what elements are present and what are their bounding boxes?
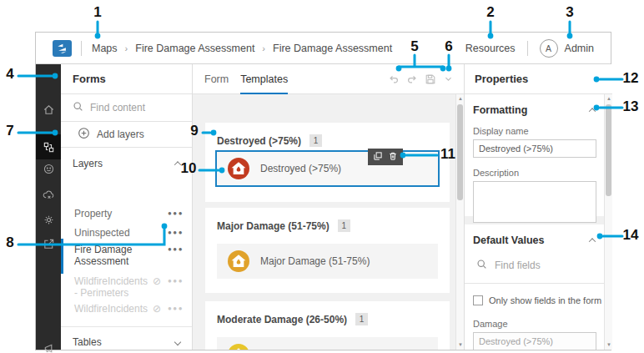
- callout-5: 5: [410, 38, 418, 55]
- overflow-menu-icon[interactable]: ●●●: [168, 227, 184, 239]
- properties-panel: Properties Formatting Display name Descr…: [464, 64, 612, 350]
- properties-scrollbar[interactable]: ▲ ▼: [604, 94, 612, 350]
- display-name-label: Display name: [473, 126, 605, 136]
- undo-button[interactable]: [386, 72, 400, 86]
- save-menu-button[interactable]: [441, 72, 455, 86]
- default-values-section-header[interactable]: Default Values: [465, 224, 605, 246]
- sidebar-item-settings[interactable]: [36, 207, 61, 232]
- duplicate-icon: [373, 151, 383, 161]
- esri-logo[interactable]: [53, 40, 72, 57]
- tab-templates[interactable]: Templates: [240, 64, 288, 94]
- template-count-badge: 1: [338, 219, 350, 232]
- damage-field[interactable]: [473, 332, 596, 350]
- resources-menu[interactable]: Resources: [465, 43, 516, 54]
- callout-3: 3: [566, 4, 573, 21]
- template-item-label: Destroyed (>75%): [260, 163, 341, 174]
- breadcrumb: Maps › Fire Damage Assessment › Fire Dam…: [92, 43, 392, 54]
- formatting-section-header[interactable]: Formatting: [465, 94, 605, 116]
- template-count-badge: 1: [309, 134, 322, 147]
- tab-form[interactable]: Form: [204, 64, 229, 94]
- scrollbar-thumb[interactable]: [457, 104, 463, 200]
- template-group-card: Major Damage (51-75%) 1 Major Damage (51…: [205, 208, 450, 293]
- offline-cloud-icon: [43, 189, 55, 201]
- add-layers-button[interactable]: Add layers: [61, 122, 192, 148]
- tables-section-header[interactable]: Tables: [61, 330, 192, 353]
- sidebar-item-sharing[interactable]: [36, 231, 61, 256]
- screenshot-stage: Maps › Fire Damage Assessment › Fire Dam…: [0, 0, 644, 353]
- callout-12: 12: [623, 70, 639, 87]
- user-menu[interactable]: Admin: [565, 43, 594, 54]
- template-item-toolbar: [368, 149, 403, 165]
- layer-row-wildfire-incidents[interactable]: WildfireIncidents ⊘ ●●●: [61, 303, 192, 315]
- callout-11: 11: [440, 146, 455, 163]
- geofences-icon: [43, 163, 55, 175]
- scroll-down-icon[interactable]: ▼: [605, 340, 613, 349]
- overflow-menu-icon[interactable]: ●●●: [168, 275, 184, 287]
- scrollbar-thumb[interactable]: [606, 104, 611, 196]
- forms-panel-title: Forms: [61, 64, 192, 94]
- display-name-field[interactable]: [473, 139, 596, 158]
- esri-logo-glyph: [56, 43, 68, 54]
- callout-6: 6: [445, 38, 452, 55]
- template-group-title: Moderate Damage (26-50%): [217, 314, 347, 325]
- layer-row-uninspected[interactable]: Uninspected ●●●: [61, 227, 192, 239]
- only-show-fields-option[interactable]: Only show fields in the form: [473, 295, 605, 305]
- sidebar-item-offline[interactable]: [36, 182, 61, 207]
- scroll-up-icon[interactable]: ▲: [605, 94, 613, 103]
- find-content-search[interactable]: [61, 94, 192, 122]
- overflow-menu-icon[interactable]: ●●●: [168, 208, 184, 219]
- breadcrumb-separator-icon: ›: [125, 43, 128, 53]
- duplicate-button[interactable]: [373, 149, 383, 164]
- forms-panel: Forms Add layers Layers Property ●●● Uni…: [61, 64, 193, 350]
- layer-row-wildfire-perimeters[interactable]: WildfireIncidents - Perimeters ⊘ ●●●: [61, 275, 192, 299]
- callout-4: 4: [6, 66, 13, 83]
- template-item-label: Moderate Damage (26-50%): [260, 349, 387, 350]
- templates-scrollbar[interactable]: ▲ ▼: [455, 94, 464, 350]
- chevron-down-icon: [444, 74, 453, 83]
- redo-button[interactable]: [405, 72, 419, 86]
- breadcrumb-map-name[interactable]: Fire Damage Assessment: [135, 43, 254, 54]
- layers-header-label: Layers: [73, 158, 103, 169]
- blocked-icon: ⊘: [153, 303, 161, 315]
- destroyed-template-icon: [228, 158, 249, 179]
- template-item-destroyed[interactable]: Destroyed (>75%): [215, 150, 440, 187]
- megaphone-icon: [43, 342, 55, 353]
- find-fields-search[interactable]: [476, 258, 605, 273]
- template-group-title: Major Damage (51-75%): [217, 220, 330, 232]
- breadcrumb-page-name: Fire Damage Assessment: [273, 43, 392, 54]
- breadcrumb-maps[interactable]: Maps: [92, 43, 118, 54]
- description-field[interactable]: [473, 181, 596, 223]
- search-input[interactable]: [495, 260, 578, 271]
- delete-button[interactable]: [388, 149, 398, 164]
- layers-section-header[interactable]: Layers: [61, 151, 192, 176]
- sidebar-rail: »: [36, 64, 61, 350]
- app-header: Maps › Fire Damage Assessment › Fire Dam…: [36, 33, 611, 64]
- avatar[interactable]: A: [540, 39, 558, 58]
- chevron-down-icon: [174, 339, 181, 345]
- search-icon: [73, 101, 83, 114]
- callout-1: 1: [93, 4, 101, 21]
- checkbox[interactable]: [473, 295, 483, 305]
- sidebar-item-geofences[interactable]: [36, 156, 61, 181]
- template-item-moderate-damage[interactable]: Moderate Damage (26-50%): [217, 337, 438, 350]
- sidebar-item-overview[interactable]: [36, 97, 61, 122]
- trash-icon: [388, 151, 398, 161]
- template-item-major-damage[interactable]: Major Damage (51-75%): [217, 244, 438, 279]
- tables-header-label: Tables: [73, 336, 102, 348]
- forms-icon: [43, 141, 55, 154]
- layer-row-fire-damage-assessment[interactable]: Fire Damage Assessment ●●●: [61, 244, 192, 267]
- header-divider: [527, 41, 528, 56]
- sidebar-item-feedback[interactable]: [36, 335, 61, 353]
- callout-14: 14: [623, 227, 639, 244]
- search-icon: [476, 258, 487, 273]
- overflow-menu-icon[interactable]: ●●●: [168, 303, 184, 315]
- formatting-section: Formatting Display name Description: [465, 94, 605, 216]
- overflow-menu-icon[interactable]: ●●●: [168, 244, 184, 255]
- template-group-title: Destroyed (>75%): [217, 135, 301, 147]
- save-button[interactable]: [423, 72, 437, 86]
- moderate-damage-template-icon: [228, 344, 249, 350]
- layer-row-property[interactable]: Property ●●●: [61, 208, 192, 219]
- search-input[interactable]: [90, 102, 174, 113]
- default-values-section: Default Values Only show fields in the f…: [465, 224, 605, 350]
- blocked-icon: ⊘: [153, 275, 161, 287]
